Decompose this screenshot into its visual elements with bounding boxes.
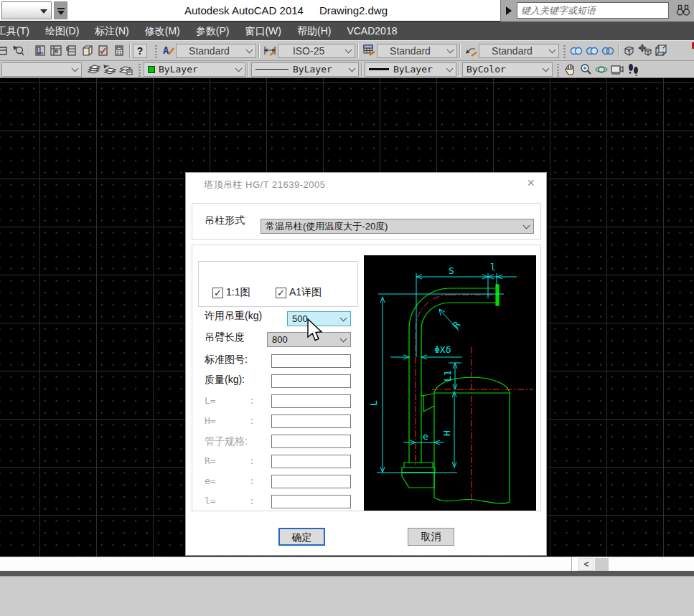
quick-access-more-button[interactable]	[54, 1, 67, 19]
multileader-style-icon[interactable]	[463, 43, 479, 59]
quickcalc-icon[interactable]	[111, 43, 127, 59]
scrollbar-thumb[interactable]	[595, 558, 609, 571]
separator	[248, 62, 249, 77]
double-chevron-icon	[57, 11, 65, 15]
load-label: 许用吊重(kg)	[205, 310, 262, 323]
R-input[interactable]	[271, 455, 351, 468]
color-combo[interactable]: ByLayer	[144, 62, 245, 77]
menu-window[interactable]: 窗口(W)	[237, 22, 289, 40]
command-panel[interactable]	[0, 576, 694, 616]
horizontal-scrollbar[interactable]: <	[0, 556, 694, 571]
pan-icon[interactable]	[562, 62, 578, 77]
toolbar-grip[interactable]	[154, 44, 157, 58]
std-drawing-no-label: 标准图号:	[205, 354, 248, 366]
3d-box-icon[interactable]	[653, 43, 669, 59]
menu-vcad2018[interactable]: VCAD2018	[339, 22, 405, 40]
dimension-style-icon[interactable]	[262, 43, 278, 59]
linetype-combo[interactable]: ByLayer	[251, 62, 359, 77]
mass-input[interactable]	[271, 374, 351, 388]
zoom-realtime-icon[interactable]	[578, 62, 594, 77]
separator	[361, 62, 362, 77]
davit-dialog: 塔顶吊柱 HG/T 21639-2005 × 吊柱形式 常温吊柱(使用温度大于-…	[185, 172, 547, 556]
ok-button[interactable]: 确定	[278, 528, 325, 546]
dim-h-label: H	[441, 430, 452, 436]
help-icon[interactable]: ?	[133, 44, 147, 58]
scroll-left-button[interactable]: <	[578, 558, 594, 571]
layer-combo[interactable]	[1, 62, 82, 77]
davit-type-combo[interactable]: 常温吊柱(使用温度大于-20度)	[261, 219, 534, 234]
L-input[interactable]	[271, 394, 351, 408]
small-l-input[interactable]	[271, 495, 351, 508]
markup-set-manager-icon[interactable]	[95, 43, 111, 59]
binoculars-icon[interactable]	[676, 4, 690, 19]
designcenter-icon[interactable]	[48, 43, 64, 59]
ungroup-icon[interactable]	[584, 43, 600, 59]
dim-r-label: R	[451, 319, 463, 331]
H-label: H=	[205, 415, 216, 426]
toolbar-grip[interactable]	[555, 62, 559, 77]
layer-properties-icon[interactable]	[86, 62, 102, 77]
chevron-down-icon	[447, 46, 454, 53]
cutoff-toolbar-icon[interactable]	[0, 43, 11, 59]
workspace-dropdown[interactable]	[1, 1, 52, 19]
move-3d-icon[interactable]	[637, 43, 653, 59]
checkbox-1to1[interactable]: ✓ 1:1图	[212, 286, 250, 299]
autocad-window: Autodesk AutoCAD 2014Drawing2.dwg 工具(T) …	[0, 0, 694, 616]
menu-help[interactable]: 帮助(H)	[289, 22, 339, 40]
color-swatch	[148, 66, 155, 73]
toolbar-grip[interactable]	[562, 44, 566, 58]
menu-tools[interactable]: 工具(T)	[0, 22, 37, 40]
scrollbar-divider	[571, 557, 572, 572]
cancel-button[interactable]: 取消	[408, 528, 454, 546]
menu-draw[interactable]: 绘图(D)	[37, 22, 87, 40]
menu-modify[interactable]: 修改(M)	[137, 22, 188, 40]
pipe-spec-input[interactable]	[271, 435, 351, 448]
text-style-combo[interactable]: Standard	[176, 44, 256, 58]
multileader-style-combo[interactable]: Standard	[479, 44, 559, 58]
lineweight-sample	[369, 68, 389, 70]
close-icon[interactable]: ×	[524, 176, 538, 190]
separator	[258, 44, 260, 58]
properties-toolbar: ByLayer ByLayer ByLayer ByColor	[0, 60, 694, 78]
group-edit-icon[interactable]	[600, 43, 616, 59]
text-style-icon[interactable]: A	[160, 43, 176, 59]
separator	[357, 44, 359, 58]
menu-dimension[interactable]: 标注(N)	[87, 22, 136, 40]
menu-parametric[interactable]: 参数(P)	[188, 22, 238, 40]
separator	[459, 44, 461, 58]
show-motion-icon[interactable]	[609, 62, 625, 77]
layer-states-icon[interactable]	[102, 62, 118, 77]
menu-bar: 工具(T) 绘图(D) 标注(N) 修改(M) 参数(P) 窗口(W) 帮助(H…	[0, 22, 694, 40]
group-icon[interactable]	[568, 43, 584, 59]
panel-divider	[0, 571, 694, 576]
e-input[interactable]	[271, 475, 351, 488]
H-input[interactable]	[271, 414, 351, 428]
table-style-combo[interactable]: Standard	[377, 44, 457, 58]
search-input[interactable]	[517, 2, 669, 19]
lineweight-combo[interactable]: ByLayer	[365, 62, 456, 77]
extract-data-icon[interactable]	[622, 43, 637, 59]
layer-translator-icon[interactable]	[118, 62, 133, 77]
checkbox-checked-icon[interactable]: ✓	[276, 288, 286, 298]
dimension-style-combo[interactable]: ISO-25	[278, 44, 355, 58]
orbit-icon[interactable]	[594, 62, 609, 77]
sheet-set-manager-icon[interactable]	[80, 43, 95, 59]
styles-toolbar: ? A Standard ISO-25 Standard Standard	[0, 40, 694, 60]
parameters-panel: ✓ 1:1图 ✓ A1详图 许用吊重(kg) 500 吊臂长度 800 标准图号…	[192, 245, 541, 511]
checkbox-a1-detail[interactable]: ✓ A1详图	[276, 286, 322, 299]
arm-length-label: 吊臂长度	[205, 331, 245, 344]
L-label: L=	[205, 395, 216, 406]
table-style-icon[interactable]	[361, 43, 377, 59]
plot-style-combo[interactable]: ByColor	[462, 62, 553, 77]
std-drawing-no-input[interactable]	[271, 354, 351, 368]
search-expand-icon[interactable]	[506, 6, 512, 15]
dim-s-label: S	[449, 265, 454, 276]
tool-palettes-icon[interactable]	[64, 43, 80, 59]
zoom-previous-icon[interactable]	[11, 43, 27, 59]
e-label: e=	[205, 475, 216, 486]
walk-icon[interactable]	[625, 62, 641, 77]
toolbar-grip[interactable]	[137, 62, 141, 77]
separator	[618, 44, 619, 58]
properties-palette-icon[interactable]	[32, 43, 48, 59]
checkbox-checked-icon[interactable]: ✓	[212, 288, 223, 298]
